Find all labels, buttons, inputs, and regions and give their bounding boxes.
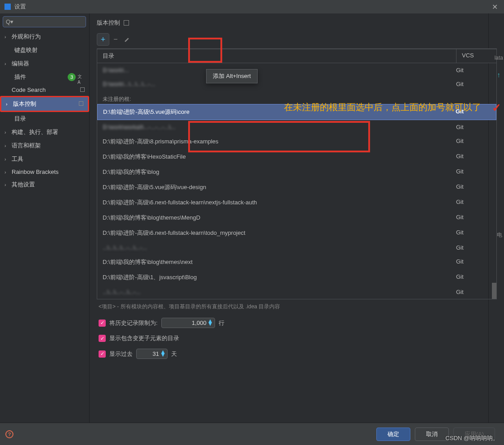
cell-vcs: Git [456, 244, 491, 251]
cancel-button[interactable]: 取消 [415, 428, 449, 441]
table-row[interactable]: D:\前端\进阶-高级\1、jsvascript\BlogGit [97, 270, 496, 285]
sidebar-item[interactable]: 目录 [0, 112, 89, 125]
spinner-icon[interactable]: ▲▼ [160, 350, 166, 356]
cell-dir: D:\work\... [103, 67, 456, 73]
watermark: CSDN @呐呐呐呐。 [445, 434, 499, 442]
sidebar-item-label: 其他设置 [12, 181, 85, 189]
cell-vcs: Git [456, 108, 491, 116]
option-show-past: ✓ 显示过去 31 ▲▼ 天 [99, 349, 495, 359]
sidebar-item[interactable]: ›外观和行为 [0, 30, 89, 43]
translate-icon: 文A [78, 73, 85, 81]
table-row[interactable]: D:\前端\我的博客\blog\themes\nextGit [97, 255, 496, 270]
table-row[interactable]: D:\work\...\...\...\...-...Git [97, 77, 496, 91]
checkbox-checked-icon[interactable]: ✓ [99, 320, 106, 327]
sidebar-item-label: 目录 [12, 115, 85, 123]
table-row[interactable]: D:\前端\我的博客\blogGit [97, 164, 496, 180]
sidebar-item-label: 编辑器 [12, 60, 85, 68]
search-input[interactable]: Q▾ [3, 16, 86, 27]
arrow-up-icon: ↑ [497, 71, 501, 78]
table-row[interactable]: D:\work\workall\...-...-...-...\...Git [97, 120, 496, 134]
sidebar-item-label: 版本控制 [13, 100, 79, 108]
table-row[interactable]: D:\前端\进阶-高级\6.next-fullstack-learn\nextj… [97, 195, 496, 210]
table-row[interactable]: ...\...\...-...\...-...Git [97, 285, 496, 299]
badge: 3 [68, 73, 76, 81]
restore-icon[interactable] [80, 87, 85, 93]
sidebar-item[interactable]: ›语言和框架 [0, 139, 89, 152]
toolbar: + − [97, 31, 497, 48]
chevron-right-icon: › [4, 143, 10, 148]
days-input[interactable]: 31 ▲▼ [136, 349, 168, 359]
sidebar-item-label: 键盘映射 [12, 46, 85, 54]
table-row[interactable]: D:\前端\进阶-高级\5.vue源码\vue-designGit [97, 180, 496, 195]
history-input[interactable]: 1,000 ▲▼ [161, 318, 215, 328]
restore-icon[interactable] [124, 20, 129, 26]
cell-dir: ...\...\...\...-...\...-... [103, 244, 456, 251]
option-show-changed: ✓ 显示包含变更子元素的目录 [99, 334, 495, 342]
cell-dir: D:\work\...\...\...\...-... [103, 81, 456, 87]
section-label: 未注册的根: [97, 91, 496, 104]
cell-vcs: Git [456, 258, 491, 266]
add-button[interactable]: + [97, 33, 109, 46]
sidebar-item[interactable]: ›版本控制 [0, 96, 89, 112]
content-panel: 版本控制 + − 添加 Alt+Insert 在未注册的根里面选中后，点上面的加… [90, 13, 504, 423]
sidebar-item[interactable]: ›构建、执行、部署 [0, 125, 89, 139]
sidebar-item[interactable]: 插件3文A [0, 70, 89, 84]
table-row[interactable]: ...\...\...\...-...\...-...Git [97, 241, 496, 255]
help-icon[interactable]: ? [5, 430, 13, 438]
scrollbar[interactable] [492, 283, 496, 299]
vcs-table: 目录 VCS D:\work\...GitD:\work\...\...\...… [97, 48, 497, 299]
sidebar-item-label: 插件 [12, 73, 68, 81]
table-row[interactable]: D:\前端\我的博客\HexoStaticFileGit [97, 149, 496, 164]
add-tooltip: 添加 Alt+Insert [206, 69, 258, 83]
cell-dir: D:\前端\进阶-高级\6.next-fullstack-learn\nextj… [103, 199, 456, 207]
history-suffix: 行 [219, 319, 224, 327]
table-row[interactable]: D:\前端\进阶-高级\5.vue源码\coreGit [97, 104, 496, 120]
cell-dir: D:\前端\我的博客\HexoStaticFile [103, 153, 456, 161]
cell-vcs: Git [456, 81, 491, 87]
cell-vcs: Git [456, 138, 491, 146]
cell-dir: D:\work\workall\...-...-...-...\... [103, 124, 456, 130]
col-vcs[interactable]: VCS [456, 49, 496, 63]
restore-icon[interactable] [79, 101, 83, 107]
table-header: 目录 VCS [97, 49, 496, 63]
sidebar-item-label: Rainbow Brackets [12, 168, 85, 175]
option-history: ✓ 将历史记录限制为: 1,000 ▲▼ 行 [99, 318, 495, 328]
col-dir[interactable]: 目录 [97, 49, 456, 63]
table-row[interactable]: D:\work\...Git [97, 63, 496, 77]
edit-button[interactable] [122, 34, 133, 45]
chevron-right-icon: › [6, 101, 11, 107]
title-bar: 设置 ✕ [0, 0, 504, 13]
cell-vcs: Git [456, 199, 491, 207]
cell-dir: D:\前端\我的博客\blog [103, 168, 456, 176]
scrollbar-thumb[interactable] [492, 283, 496, 299]
window-title: 设置 [14, 3, 26, 11]
ok-button[interactable]: 确定 [376, 428, 410, 441]
options-section: ✓ 将历史记录限制为: 1,000 ▲▼ 行 ✓ 显示包含变更子元素的目录 ✓ … [97, 314, 497, 363]
close-icon[interactable]: ✕ [492, 3, 498, 11]
bg-text: lata [495, 55, 503, 61]
sidebar-item[interactable]: ›工具 [0, 152, 89, 166]
app-icon [4, 4, 11, 10]
sidebar-item[interactable]: ›其他设置 [0, 178, 89, 191]
checkbox-checked-icon[interactable]: ✓ [99, 350, 106, 358]
sidebar-item[interactable]: 键盘映射 [0, 43, 89, 57]
sidebar-item[interactable]: Code Search [0, 84, 89, 96]
remove-button[interactable]: − [110, 34, 121, 45]
table-row[interactable]: D:\前端\我的博客\blog\themes\MengDGit [97, 210, 496, 225]
cell-dir: D:\前端\我的博客\blog\themes\next [103, 258, 456, 266]
checkbox-checked-icon[interactable]: ✓ [99, 335, 106, 342]
cell-vcs: Git [456, 289, 491, 295]
cell-vcs: Git [456, 153, 491, 161]
show-past-suffix: 天 [171, 350, 177, 358]
sidebar-item[interactable]: ›编辑器 [0, 57, 89, 70]
cell-dir: D:\前端\进阶-高级\6.next-fullstack-learn\todo_… [103, 229, 456, 237]
cell-dir: D:\前端\进阶-高级\5.vue源码\vue-design [103, 183, 456, 191]
cell-dir: D:\前端\进阶-高级\1、jsvascript\Blog [103, 273, 456, 281]
table-row[interactable]: D:\前端\进阶-高级\6.next-fullstack-learn\todo_… [97, 225, 496, 241]
sidebar-item-label: 语言和框架 [12, 142, 85, 150]
sidebar-item[interactable]: ›Rainbow Brackets [0, 166, 89, 178]
chevron-right-icon: › [4, 169, 10, 175]
table-row[interactable]: D:\前端\进阶-高级\8.prisma\prisma-examplesGit [97, 134, 496, 149]
chevron-right-icon: › [4, 61, 10, 66]
spinner-icon[interactable]: ▲▼ [207, 319, 213, 325]
